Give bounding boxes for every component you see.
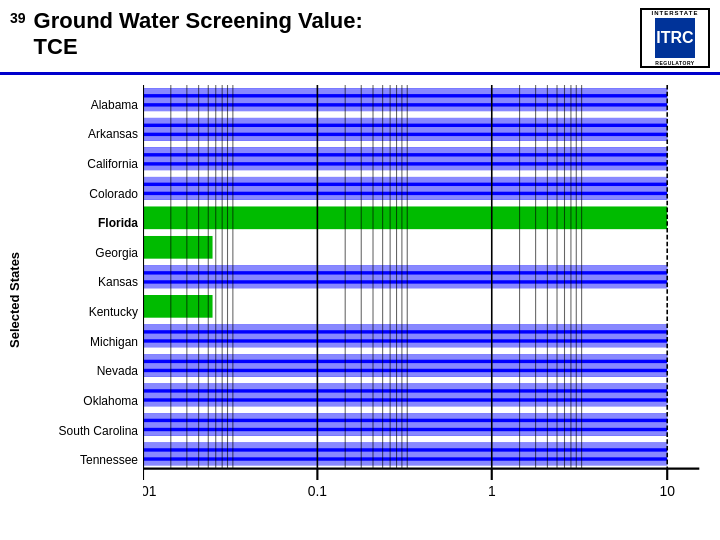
- state-label: Alabama: [28, 92, 143, 118]
- state-label: Kansas: [28, 269, 143, 295]
- state-label: Arkansas: [28, 121, 143, 147]
- chart-svg: 0.01 0.1 1 10 Concentration (ug/L): [143, 85, 710, 505]
- svg-rect-23: [143, 295, 213, 318]
- state-label: Georgia: [28, 240, 143, 266]
- chart-area: 0.01 0.1 1 10 Concentration (ug/L): [143, 85, 710, 505]
- state-label: Michigan: [28, 329, 143, 355]
- chart-container: Selected States Alabama Arkansas Califor…: [0, 75, 720, 515]
- svg-text:0.01: 0.01: [143, 483, 157, 499]
- logo-bottom-text: REGULATORY: [655, 60, 694, 66]
- title-block: Ground Water Screening Value: TCE: [34, 8, 640, 61]
- svg-text:Concentration (ug/L): Concentration (ug/L): [331, 504, 478, 505]
- svg-text:1: 1: [488, 483, 496, 499]
- logo-inner: ITRC: [655, 18, 695, 58]
- state-label: Colorado: [28, 181, 143, 207]
- logo-letters: ITRC: [656, 29, 693, 47]
- state-label: South Carolina: [28, 418, 143, 444]
- header: 39 Ground Water Screening Value: TCE INT…: [0, 0, 720, 75]
- state-label: California: [28, 151, 143, 177]
- logo-top-text: INTERSTATE: [652, 10, 699, 16]
- state-label: Tennessee: [28, 447, 143, 473]
- svg-text:0.1: 0.1: [308, 483, 327, 499]
- svg-text:10: 10: [659, 483, 674, 499]
- logo-block: INTERSTATE ITRC REGULATORY: [640, 8, 710, 68]
- state-label: Oklahoma: [28, 388, 143, 414]
- state-labels: Alabama Arkansas California Colorado Flo…: [28, 85, 143, 505]
- main-title: Ground Water Screening Value: TCE: [34, 8, 640, 61]
- state-label: Nevada: [28, 358, 143, 384]
- svg-rect-18: [143, 236, 213, 259]
- slide-page: 39 Ground Water Screening Value: TCE INT…: [0, 0, 720, 540]
- slide-number: 39: [10, 10, 26, 26]
- state-label: Kentucky: [28, 299, 143, 325]
- y-axis-label: Selected States: [0, 95, 28, 505]
- state-label: Florida: [28, 210, 143, 236]
